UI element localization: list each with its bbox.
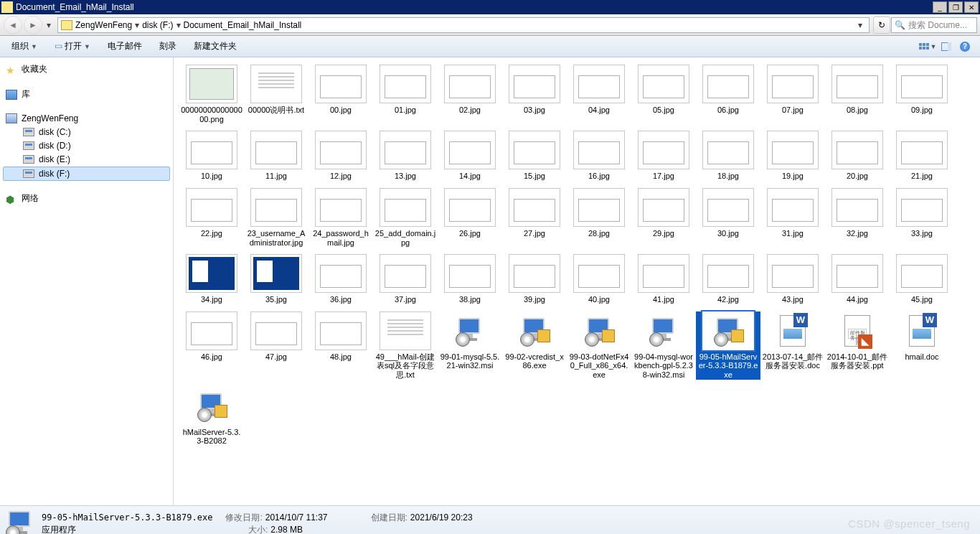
file-item[interactable]: 07.jpg [760,65,825,123]
file-item[interactable]: 30.jpg [696,188,760,247]
breadcrumb-part[interactable]: ZengWenFeng [75,20,132,30]
sidebar-disk-item[interactable]: disk (F:) [3,167,170,181]
file-item[interactable]: 10.jpg [179,131,244,181]
minimize-button[interactable]: _ [933,1,947,13]
file-label: 46.jpg [179,352,244,362]
file-item[interactable]: 19.jpg [760,131,825,181]
file-item[interactable]: 37.jpg [373,254,438,304]
file-item[interactable]: 99-02-vcredist_x86.exe [502,312,567,380]
file-label: 03.jpg [502,106,567,115]
file-item[interactable]: 33.jpg [890,188,954,247]
file-item[interactable]: 28.jpg [567,188,631,247]
file-item[interactable]: 99-05-hMailServer-5.3.3-B1879.exe [696,312,760,380]
file-item[interactable]: 09.jpg [890,65,954,123]
file-item[interactable]: 21.jpg [890,131,954,181]
file-item[interactable]: W2013-07-14_邮件服务器安装.doc [760,312,825,380]
file-item[interactable]: 29.jpg [631,188,696,247]
file-item[interactable]: 18.jpg [696,131,760,181]
file-item[interactable]: 26.jpg [438,188,502,247]
file-item[interactable]: 36.jpg [308,254,373,304]
file-item[interactable]: 43.jpg [760,254,825,304]
file-item[interactable]: 00000说明书.txt [244,65,308,123]
refresh-button[interactable]: ↻ [873,17,890,34]
file-item[interactable]: 49___hMail-创建表sql及各字段意思.txt [373,312,438,380]
view-options-button[interactable]: ▼ [920,39,935,54]
file-item[interactable]: 16.jpg [567,131,631,181]
preview-pane-button[interactable] [939,39,953,54]
help-button[interactable]: ? [958,39,972,54]
libraries-group[interactable]: 库 [3,87,170,102]
file-item[interactable]: 35.jpg [244,254,308,304]
file-item[interactable]: 20.jpg [825,131,890,181]
file-item[interactable]: 25_add_domain.jpg [373,188,438,247]
close-button[interactable]: ✕ [964,1,979,13]
open-menu[interactable]: ▭打开▼ [52,38,93,55]
file-item[interactable]: Whmail.doc [890,312,954,380]
forward-button[interactable]: ► [24,16,42,34]
image-thumbnail [638,188,689,227]
file-item[interactable]: 22.jpg [179,188,244,247]
file-item[interactable]: 03.jpg [502,65,567,123]
file-item[interactable]: 24_password_hmail.jpg [308,188,373,247]
favorites-group[interactable]: ★ 收藏夹 [3,62,170,77]
file-item[interactable]: 46.jpg [179,312,244,380]
file-item[interactable]: 99-04-mysql-workbench-gpl-5.2.38-win32.m… [631,312,696,380]
file-item[interactable]: 27.jpg [502,188,567,247]
file-item[interactable]: 32.jpg [825,188,890,247]
image-thumbnail [896,65,948,103]
computer-group[interactable]: ZengWenFeng [3,112,170,125]
file-item[interactable]: 00.jpg [308,65,373,123]
file-item[interactable]: 23_username_Administrator.jpg [244,188,308,247]
burn-button[interactable]: 刻录 [156,38,179,55]
file-item[interactable]: 02.jpg [438,65,502,123]
file-item[interactable]: 17.jpg [631,131,696,181]
file-item[interactable]: 邮件服务器配置◣2014-10-01_邮件服务器安装.ppt [825,312,890,380]
file-item[interactable]: 11.jpg [244,131,308,181]
back-button[interactable]: ◄ [4,16,22,34]
file-item[interactable]: 99-03-dotNetFx40_Full_x86_x64.exe [567,312,631,380]
file-item[interactable]: 99-01-mysql-5.5.21-win32.msi [438,312,502,380]
file-item[interactable]: 04.jpg [567,65,631,123]
file-item[interactable]: 05.jpg [631,65,696,123]
image-thumbnail [380,188,431,227]
file-item[interactable]: 0000000000000000.png [179,65,244,123]
new-folder-button[interactable]: 新建文件夹 [191,38,240,55]
file-item[interactable]: 06.jpg [696,65,760,123]
email-button[interactable]: 电子邮件 [105,38,145,55]
file-item[interactable]: 47.jpg [244,312,308,380]
file-item[interactable]: 14.jpg [438,131,502,181]
file-label: 99-05-hMailServer-5.3.3-B1879.exe [696,352,760,380]
file-item[interactable]: hMailServer-5.3.3-B2082 [179,387,244,446]
file-item[interactable]: 44.jpg [825,254,890,304]
file-item[interactable]: 40.jpg [567,254,631,304]
file-label: 27.jpg [502,229,567,238]
breadcrumb-part[interactable]: disk (F:) [142,20,173,30]
maximize-button[interactable]: ❐ [948,1,963,13]
file-item[interactable]: 45.jpg [890,254,954,304]
sidebar-disk-item[interactable]: disk (E:) [3,153,170,166]
file-item[interactable]: 48.jpg [308,312,373,380]
file-item[interactable]: 34.jpg [179,254,244,304]
file-item[interactable]: 08.jpg [825,65,890,123]
image-thumbnail [186,312,237,350]
network-group[interactable]: ⬢ 网络 [3,191,170,206]
search-input[interactable]: 🔍 搜索 Docume... [891,17,977,33]
sidebar-disk-item[interactable]: disk (D:) [3,139,170,152]
file-item[interactable]: 41.jpg [631,254,696,304]
sidebar-disk-item[interactable]: disk (C:) [3,126,170,139]
file-item[interactable]: 31.jpg [760,188,825,247]
file-label: hmail.doc [890,352,954,362]
file-item[interactable]: 15.jpg [502,131,567,181]
history-dropdown[interactable]: ▾ [43,20,55,30]
file-list-pane[interactable]: 0000000000000000.png00000说明书.txt00.jpg01… [174,57,980,505]
breadcrumb[interactable]: ZengWenFeng ▾ disk (F:) ▾ Document_Email… [57,17,870,33]
file-item[interactable]: 13.jpg [373,131,438,181]
file-item[interactable]: 38.jpg [438,254,502,304]
organize-menu[interactable]: 组织▼ [9,38,40,55]
breadcrumb-dropdown[interactable]: ▾ [854,20,866,30]
file-item[interactable]: 01.jpg [373,65,438,123]
breadcrumb-part[interactable]: Document_Email_hMail_Install [184,20,302,30]
file-item[interactable]: 39.jpg [502,254,567,304]
file-item[interactable]: 42.jpg [696,254,760,304]
file-item[interactable]: 12.jpg [308,131,373,181]
